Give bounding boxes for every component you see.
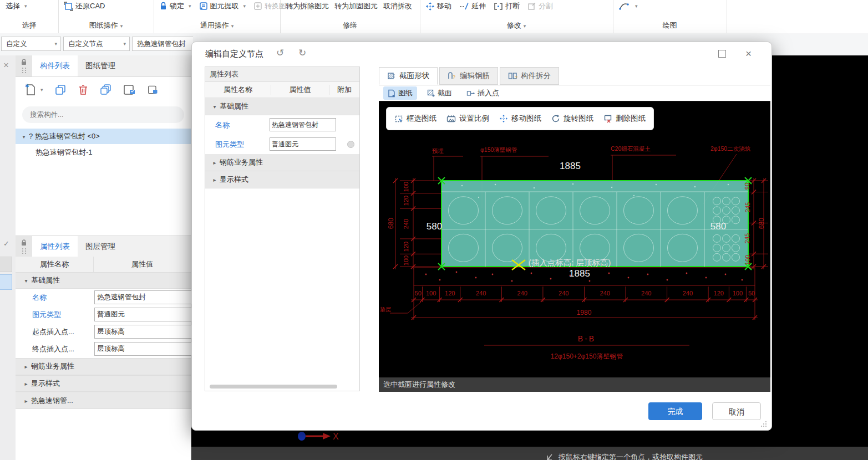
category-combo[interactable]: 自定义▾ [1,37,61,51]
ribbon-group-general-ops: 锁定▾ 图元提取▾ 转换图元 通用操作▾ [154,0,281,33]
bottom-statusbar: 按鼠标右键指定第一个角点，或拾取构件图元 [191,447,868,460]
horizontal-scrollbar[interactable] [210,385,337,389]
property-row-end-insert: 终点插入点... [16,340,191,357]
new-component-button[interactable]: ✱ ▾ [24,83,43,96]
copy-layers-icon[interactable] [100,84,112,96]
view-insert-point-button[interactable]: 插入点 [462,86,504,100]
property-row-element-type: 图元类型 [16,306,191,323]
close-dialog-icon[interactable]: × [745,48,752,60]
finish-button[interactable]: 完成 [648,402,702,420]
ribbon: 选择▾ 选择 还原CAD 图纸操作▾ 锁定▾ 图元提取▾ 转换图元 [0,0,868,34]
rotate-drawing-button[interactable]: 旋转图纸 [551,114,593,124]
to-reinforce-element-button[interactable]: 转为加固图元 [334,1,378,11]
box-select-icon [394,114,403,123]
view-section-button[interactable]: 截面 [423,86,456,100]
tab-layer-management[interactable]: 图层管理 [78,236,123,257]
docked-item-selected[interactable] [0,274,12,290]
name-field[interactable] [94,290,194,304]
element-type-field[interactable] [94,308,194,321]
group-display-style[interactable]: ▸显示样式 [16,375,191,392]
close-panel-icon[interactable]: × [3,60,9,71]
restore-cad-button[interactable]: 还原CAD [64,1,105,11]
dialog-name-field[interactable] [270,118,336,131]
tree-item[interactable]: 热急速钢管包封-1 [16,145,211,160]
panel-lock-handle[interactable] [16,236,32,257]
tree-item-selected[interactable]: ▾ ? 热急速钢管包封 <0> [16,129,191,144]
dialog-group-display[interactable]: ▸显示样式 [205,171,359,188]
dim-seg: 240 [641,290,651,297]
dialog-property-panel: 属性列表 属性名称 属性值 附加 ▾基础属性 名称 图元类型 ▸钢筋业务属性 ▸… [205,67,360,391]
extend-button[interactable]: 延伸 [459,1,486,11]
redo-icon[interactable]: ↻ [298,47,306,59]
group-label-modify[interactable]: 修改▾ [420,21,613,30]
cancel-button[interactable]: 取消 [712,402,761,420]
to-demolish-element-button[interactable]: 转为拆除图元 [286,1,329,11]
panel-lock-handle[interactable] [16,55,32,76]
extra-radio[interactable] [347,141,354,148]
dim-right: 580 [710,221,726,232]
tab-property-list[interactable]: 属性列表 [32,236,78,257]
cancel-retrofit-button[interactable]: 取消拆改 [383,1,412,11]
axis-x-label: X [333,432,339,441]
split-button[interactable]: 分割 [527,1,553,11]
check-icon[interactable]: ✓ [3,239,9,248]
dialog-group-rebar[interactable]: ▸钢筋业务属性 [205,154,359,171]
curve-tool-button[interactable]: ▾ [618,1,638,11]
selected-section-region[interactable] [441,181,748,267]
dialog-cad-canvas[interactable]: 1885 580 580 1885 (插入点标高: 层顶标高) 预埋 φ150薄… [379,101,770,377]
dim-seg: 100 [426,290,436,297]
export-component-icon[interactable] [148,84,159,96]
left-dock-strip: × ✓ [0,55,16,460]
tree-expander-icon[interactable]: ▾ [19,134,29,140]
group-rebar-business[interactable]: ▸钢筋业务属性 [16,358,191,375]
restore-cad-icon [64,2,73,11]
dim-seg: 120 [403,196,409,206]
undo-icon[interactable]: ↺ [276,47,284,59]
end-insert-field[interactable] [94,342,194,356]
tab-split-component[interactable]: ? 构件拆分 [500,67,559,85]
rotate-drawing-icon [551,114,560,123]
move-button[interactable]: 移动 [425,1,451,11]
delete-drawing-button[interactable]: 删除图纸 [603,114,646,124]
property-label: 终点插入点... [32,344,74,354]
group-component-custom[interactable]: ▸热急速钢管... [16,392,191,409]
section-icon [427,89,435,97]
section-title: B-B [578,334,596,343]
start-insert-field[interactable] [94,325,194,339]
move-drawing-button[interactable]: 移动图纸 [499,114,541,124]
tab-component-list[interactable]: 构件列表 [32,55,78,76]
component-combo[interactable]: 热急速钢管包封 [132,37,193,51]
search-input[interactable] [22,106,184,123]
extract-element-button[interactable]: 图元提取▾ [199,1,246,11]
group-label-drawing-ops[interactable]: 图纸操作▾ [58,21,154,30]
copy-component-icon[interactable] [54,84,67,96]
delete-component-icon[interactable] [78,84,89,96]
col-property-value: 属性值 [94,257,191,272]
docked-item[interactable] [0,257,12,272]
view-drawing-button[interactable]: 图纸 [383,86,417,100]
annotation-1: 预埋 [432,147,444,154]
lock-button[interactable]: 锁定▾ [159,1,191,11]
group-basic-properties[interactable]: ▾基础属性 [16,272,191,289]
dialog-element-type-field[interactable] [270,137,336,151]
properties-panel-header: 属性列表 图层管理 [16,236,191,258]
resize-grip[interactable] [760,421,767,427]
node-type-combo[interactable]: 自定义节点▾ [63,37,130,51]
set-scale-button[interactable]: 设置比例 [446,114,489,124]
tab-drawing-management[interactable]: 图纸管理 [78,55,123,76]
dialog-row-name: 名称 [205,115,359,135]
property-label: 起点插入点... [32,327,74,337]
dim-seg: 240 [476,290,486,297]
save-selection-icon[interactable] [123,84,136,96]
dialog-group-basic[interactable]: ▾基础属性 [205,98,359,115]
tab-section-shape[interactable]: 截面形状 [379,67,438,85]
maximize-icon[interactable] [718,50,726,58]
tab-edit-rebar[interactable]: ? 编辑钢筋 [439,67,498,85]
expander-open-icon: ▾ [21,278,31,284]
dim-seg: 100 [403,255,409,265]
select-button[interactable]: 选择▾ [6,1,27,11]
box-select-drawing-button[interactable]: 框选图纸 [394,114,436,124]
break-button[interactable]: 打断 [494,1,520,11]
group-label-general-ops[interactable]: 通用操作▾ [154,21,280,30]
section-shape-icon [387,72,396,80]
